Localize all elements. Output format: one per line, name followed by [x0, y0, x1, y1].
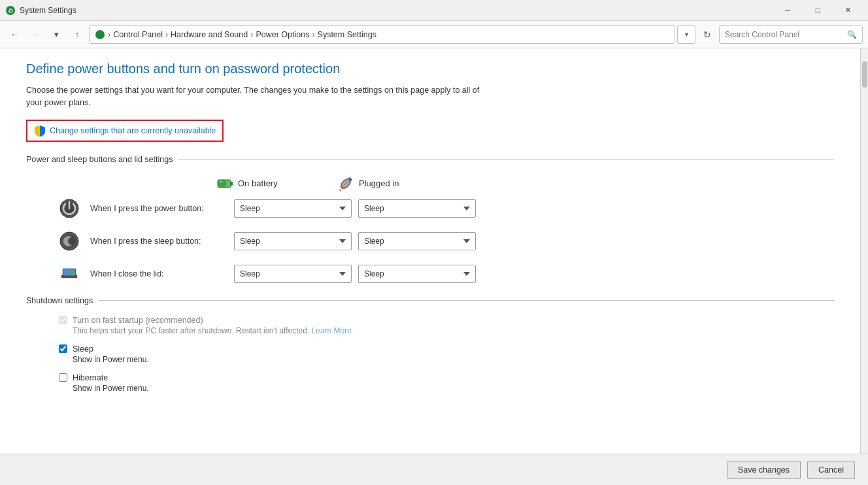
- search-icon: 🔍: [847, 30, 857, 39]
- power-button-icon: [59, 198, 80, 219]
- fast-startup-desc: This helps start your PC faster after sh…: [59, 326, 834, 335]
- shutdown-section: Shutdown settings Turn on fast startup (…: [26, 296, 834, 393]
- learn-more-link[interactable]: Learn More: [312, 326, 352, 335]
- hibernate-label-row: Hibernate: [59, 373, 834, 382]
- forward-button: →: [26, 25, 44, 44]
- uac-shield-icon: [34, 125, 46, 137]
- lid-label: When I close the lid:: [90, 269, 234, 278]
- col-plugged-label: Plugged in: [359, 178, 399, 188]
- lid-dropdowns: Do nothing Sleep Hibernate Shut down Do …: [234, 265, 476, 283]
- fast-startup-label[interactable]: Turn on fast startup (recommended): [73, 316, 203, 325]
- section-divider-line: [178, 159, 834, 159]
- col-battery-label: On battery: [238, 178, 278, 188]
- search-input[interactable]: [725, 30, 847, 39]
- sleep-button-plugged-select[interactable]: Do nothing Sleep Hibernate Shut down: [358, 232, 476, 250]
- shutdown-section-label: Shutdown settings: [26, 296, 93, 305]
- svg-marker-11: [339, 189, 342, 192]
- sleep-checkbox[interactable]: [59, 344, 67, 353]
- breadcrumb-current: System Settings: [318, 30, 376, 39]
- sleep-button-row: When I press the sleep button: Do nothin…: [26, 231, 834, 252]
- plugged-icon: [337, 175, 355, 193]
- settings-header: On battery Plugged in: [26, 175, 834, 193]
- search-box: 🔍: [719, 25, 863, 44]
- change-settings-text: Change settings that are currently unava…: [50, 126, 216, 135]
- breadcrumb-control-panel[interactable]: Control Panel: [113, 30, 163, 39]
- battery-icon: [216, 175, 234, 193]
- hibernate-row: Hibernate Show in Power menu.: [26, 373, 834, 393]
- app-icon: ⚙: [5, 5, 16, 16]
- col-header-plugged: Plugged in: [337, 175, 458, 193]
- sleep-button-icon: [59, 231, 80, 252]
- address-chevron-button[interactable]: ▾: [677, 25, 695, 44]
- shutdown-divider-line: [98, 300, 834, 301]
- svg-rect-4: [231, 182, 233, 186]
- cancel-button[interactable]: Cancel: [807, 461, 855, 479]
- lid-battery-select[interactable]: Do nothing Sleep Hibernate Shut down: [234, 265, 352, 283]
- fast-startup-checkbox[interactable]: [59, 316, 67, 324]
- title-bar-text: System Settings: [20, 6, 773, 15]
- hibernate-checkbox[interactable]: [59, 373, 67, 382]
- svg-point-2: [95, 30, 105, 39]
- save-changes-button[interactable]: Save changes: [727, 461, 801, 479]
- svg-text:⚙: ⚙: [8, 7, 14, 14]
- sleep-button-battery-select[interactable]: Do nothing Sleep Hibernate Shut down: [234, 232, 352, 250]
- change-settings-link[interactable]: Change settings that are currently unava…: [26, 120, 224, 142]
- recent-button[interactable]: ▾: [47, 25, 65, 44]
- page-title: Define power buttons and turn on passwor…: [26, 61, 834, 76]
- back-button[interactable]: ←: [5, 25, 24, 44]
- sleep-button-dropdowns: Do nothing Sleep Hibernate Shut down Do …: [234, 232, 476, 250]
- title-bar-controls: ─ □ ✕: [773, 0, 863, 21]
- lid-row: When I close the lid: Do nothing Sleep H…: [26, 263, 834, 284]
- close-button[interactable]: ✕: [833, 0, 863, 21]
- cp-icon: [95, 29, 105, 40]
- scrollbar-thumb[interactable]: [862, 61, 867, 88]
- sleep-label-row: Sleep: [59, 344, 834, 354]
- power-button-label: When I press the power button:: [90, 204, 234, 213]
- main-area: Define power buttons and turn on passwor…: [0, 48, 868, 454]
- section-power-sleep-label: Power and sleep buttons and lid settings: [26, 155, 173, 164]
- svg-rect-7: [219, 181, 223, 182]
- footer: Save changes Cancel: [0, 454, 868, 485]
- maximize-button[interactable]: □: [803, 0, 833, 21]
- sleep-button-label: When I press the sleep button:: [90, 237, 234, 246]
- power-button-row: When I press the power button: Do nothin…: [26, 198, 834, 219]
- hibernate-desc: Show in Power menu.: [59, 384, 834, 393]
- settings-rows: When I press the power button: Do nothin…: [26, 198, 834, 284]
- shutdown-divider: Shutdown settings: [26, 296, 834, 305]
- lid-icon: [59, 263, 80, 284]
- lid-plugged-select[interactable]: Do nothing Sleep Hibernate Shut down: [358, 265, 476, 283]
- sleep-label[interactable]: Sleep: [73, 344, 93, 354]
- power-button-plugged-select[interactable]: Do nothing Sleep Hibernate Shut down: [358, 199, 476, 218]
- power-button-battery-select[interactable]: Do nothing Sleep Hibernate Shut down: [234, 199, 352, 218]
- address-path: › Control Panel › Hardware and Sound › P…: [89, 25, 675, 44]
- power-button-dropdowns: Do nothing Sleep Hibernate Shut down Do …: [234, 199, 476, 218]
- minimize-button[interactable]: ─: [773, 0, 803, 21]
- refresh-button[interactable]: ↻: [698, 25, 716, 44]
- address-bar: ← → ▾ ↑ › Control Panel › Hardware and S…: [0, 21, 868, 48]
- sleep-desc: Show in Power menu.: [59, 355, 834, 364]
- fast-startup-row: Turn on fast startup (recommended) This …: [26, 316, 834, 335]
- col-header-battery: On battery: [216, 175, 337, 193]
- hibernate-label[interactable]: Hibernate: [73, 373, 108, 382]
- page-description: Choose the power settings that you want …: [26, 84, 484, 109]
- section-power-sleep: Power and sleep buttons and lid settings: [26, 155, 834, 164]
- title-bar: ⚙ System Settings ─ □ ✕: [0, 0, 868, 21]
- breadcrumb-power-options[interactable]: Power Options: [256, 30, 309, 39]
- fast-startup-label-row: Turn on fast startup (recommended): [59, 316, 834, 325]
- content-panel: Define power buttons and turn on passwor…: [0, 48, 860, 454]
- breadcrumb-hardware-sound[interactable]: Hardware and Sound: [171, 30, 248, 39]
- up-button[interactable]: ↑: [68, 25, 86, 44]
- scrollbar-track[interactable]: [860, 48, 868, 454]
- sleep-row: Sleep Show in Power menu.: [26, 344, 834, 364]
